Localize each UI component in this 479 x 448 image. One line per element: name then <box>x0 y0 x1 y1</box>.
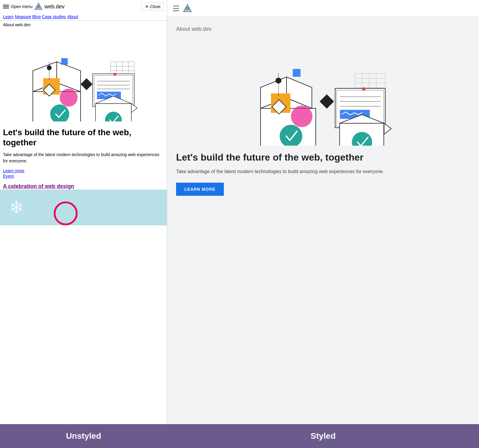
unstyled-nav-left: Open menu web.dev <box>3 2 64 11</box>
svg-rect-11 <box>61 58 68 65</box>
styled-text-section: Let's build the future of the web, toget… <box>167 149 479 199</box>
svg-rect-46 <box>293 69 301 77</box>
unstyled-panel: Open menu web.dev ✕ Close Learn Measure … <box>0 0 167 424</box>
styled-navbar <box>167 0 479 17</box>
svg-point-43 <box>291 106 312 127</box>
learn-more-link[interactable]: Learn more <box>3 168 164 173</box>
svg-marker-47 <box>320 94 334 109</box>
unstyled-content: Let's build the future of the web, toget… <box>0 124 167 190</box>
nav-about[interactable]: About <box>67 14 78 19</box>
svg-point-37 <box>187 8 188 9</box>
unstyled-description: Take advantage of the latest modern tech… <box>3 152 164 164</box>
svg-point-8 <box>60 89 78 107</box>
svg-marker-69 <box>384 123 391 134</box>
event-link[interactable]: Event <box>3 174 164 178</box>
unstyled-navbar: Open menu web.dev ✕ Close <box>0 0 167 13</box>
styled-label: Styled <box>167 424 479 448</box>
close-icon: ✕ <box>145 4 149 9</box>
nav-measure[interactable]: Measure <box>15 14 31 19</box>
styled-heading-section: About web.dev <box>167 17 479 38</box>
site-title-unstyled: web.dev <box>44 4 64 10</box>
nav-links-unstyled: Learn Measure Blog Case studies About <box>0 13 167 21</box>
celebration-link[interactable]: A celebration of web design <box>3 183 74 189</box>
styled-heading: Let's build the future of the web, toget… <box>176 152 470 163</box>
unstyled-links: Learn more Event <box>3 168 164 178</box>
about-label-styled: About web.dev <box>176 26 470 32</box>
svg-point-2 <box>37 5 40 8</box>
hamburger-icon[interactable] <box>3 5 9 8</box>
snowflake-decoration: ❄ <box>9 197 24 218</box>
nav-case-studies[interactable]: Case studies <box>42 14 66 19</box>
bottom-preview: ❄ <box>0 190 167 225</box>
close-button[interactable]: ✕ Close <box>142 3 164 10</box>
open-menu-label[interactable]: Open menu <box>11 4 33 9</box>
nav-learn[interactable]: Learn <box>3 14 14 19</box>
svg-marker-12 <box>81 78 93 90</box>
about-label-unstyled: About web.dev <box>0 21 167 29</box>
unstyled-label: Unstyled <box>0 424 167 448</box>
close-label: Close <box>150 4 161 9</box>
nav-blog[interactable]: Blog <box>32 14 41 19</box>
svg-point-19 <box>113 73 116 76</box>
styled-description: Take advantage of the latest modern tech… <box>176 168 470 175</box>
circle-decoration <box>54 201 78 225</box>
learn-more-button[interactable]: LEARN MORE <box>176 183 224 196</box>
illustration-styled <box>167 38 479 146</box>
unstyled-heading: Let's build the future of the web, toget… <box>3 127 164 147</box>
styled-hamburger-icon[interactable] <box>173 6 179 11</box>
bottom-labels: Unstyled Styled <box>0 424 479 448</box>
styled-logo-icon <box>183 4 192 13</box>
styled-panel: About web.dev <box>167 0 479 424</box>
logo-icon <box>34 2 43 11</box>
illustration-unstyled <box>0 29 167 124</box>
